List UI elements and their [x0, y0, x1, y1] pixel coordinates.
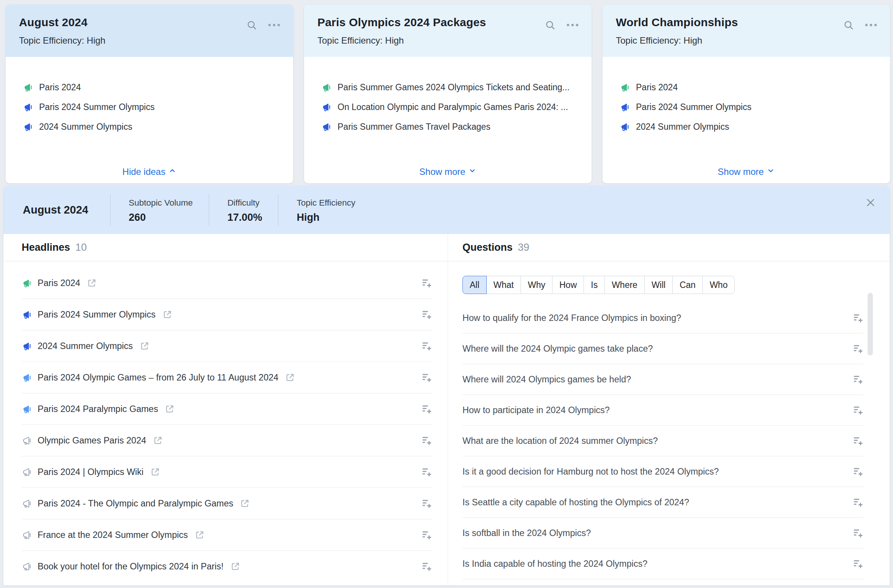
external-link-icon[interactable] [150, 467, 160, 477]
card-idea-list: Paris 2024Paris 2024 Summer Olympics2024… [6, 57, 293, 137]
external-link-icon[interactable] [195, 530, 205, 540]
hide-ideas-link[interactable]: Hide ideas [6, 167, 293, 177]
idea-text: 2024 Summer Olympics [636, 122, 729, 132]
questions-scrollbar-thumb[interactable] [868, 293, 873, 355]
add-to-list-icon[interactable] [852, 527, 864, 539]
headline-row: Paris 2024 Olympic Games – from 26 July … [22, 362, 432, 393]
search-icon[interactable] [544, 19, 556, 31]
question-filter-what[interactable]: What [486, 276, 521, 294]
detail-body: Headlines 10 Paris 2024Paris 2024 Summer… [3, 234, 890, 585]
megaphone-icon [22, 435, 32, 446]
add-to-list-icon[interactable] [421, 372, 432, 383]
question-text: Is softball in the 2024 Olympics? [462, 528, 591, 538]
search-icon[interactable] [246, 19, 257, 31]
megaphone-icon [620, 122, 630, 132]
add-to-list-icon[interactable] [852, 435, 864, 447]
more-options-icon[interactable] [565, 20, 580, 30]
external-link-icon[interactable] [230, 561, 240, 571]
external-link-icon[interactable] [163, 310, 172, 319]
external-link-icon[interactable] [165, 404, 175, 414]
stat-topic-efficiency: Topic Efficiency High [278, 194, 371, 226]
add-to-list-icon[interactable] [852, 343, 864, 354]
add-to-list-icon[interactable] [421, 529, 432, 541]
external-link-icon[interactable] [87, 278, 97, 288]
idea-text: Paris 2024 [39, 82, 81, 93]
card-header: World Championships Topic Efficiency: Hi… [603, 5, 890, 57]
topic-card-paris-olympics-2024-packages[interactable]: Paris Olympics 2024 Packages Topic Effic… [304, 5, 592, 183]
question-filter-who[interactable]: Who [702, 276, 735, 294]
headline-row: Olympic Games Paris 2024 [22, 425, 432, 456]
question-filter-all[interactable]: All [462, 276, 487, 294]
add-to-list-icon[interactable] [852, 466, 864, 477]
headline-row: Paris 2024 - The Olympic and Paralympic … [22, 488, 432, 519]
headline-row: France at the 2024 Summer Olympics [22, 519, 432, 551]
more-options-icon[interactable] [267, 20, 282, 30]
external-link-icon[interactable] [140, 341, 150, 351]
headline-row: 2024 Summer Olympics [22, 330, 432, 362]
close-icon[interactable] [865, 197, 876, 208]
topic-detail-banner: August 2024 Subtopic Volume 260 Difficul… [3, 186, 890, 234]
add-to-list-icon[interactable] [421, 498, 432, 509]
question-filter-tabs: AllWhatWhyHowIsWhereWillCanWho [462, 276, 735, 294]
question-text: Is India capable of hosting the 2024 Oly… [462, 559, 647, 569]
add-to-list-icon[interactable] [852, 312, 864, 324]
headline-text: Paris 2024 - The Olympic and Paralympic … [38, 498, 233, 509]
external-link-icon[interactable] [153, 435, 163, 445]
external-link-icon[interactable] [240, 498, 250, 508]
question-row: Is it a good decision for Hamburg not to… [462, 456, 864, 487]
add-to-list-icon[interactable] [421, 277, 432, 289]
add-to-list-icon[interactable] [852, 374, 864, 385]
question-filter-how[interactable]: How [552, 276, 584, 294]
headlines-title: Headlines [22, 242, 70, 253]
question-filter-will[interactable]: Will [644, 276, 673, 294]
question-filter-where[interactable]: Where [604, 276, 645, 294]
add-to-list-icon[interactable] [421, 340, 432, 352]
add-to-list-icon[interactable] [421, 466, 432, 478]
topic-efficiency-label: Topic Efficiency: High [19, 35, 106, 46]
headline-row: Paris 2024 | Olympics Wiki [22, 456, 432, 488]
idea-text: Paris 2024 [636, 82, 678, 93]
headline-text: Paris 2024 Olympic Games – from 26 July … [38, 373, 278, 383]
add-to-list-icon[interactable] [852, 558, 864, 569]
card-idea-list: Paris 2024Paris 2024 Summer Olympics2024… [603, 57, 890, 137]
add-to-list-icon[interactable] [421, 561, 432, 572]
show-more-link[interactable]: Show more [603, 167, 890, 177]
question-filter-why[interactable]: Why [521, 276, 552, 294]
add-to-list-icon[interactable] [421, 309, 432, 320]
show-more-link[interactable]: Show more [304, 167, 592, 177]
question-text: How to qualify for the 2024 France Olymp… [462, 313, 681, 323]
card-idea-item: Paris 2024 Summer Olympics [620, 97, 879, 117]
question-row: How to qualify for the 2024 France Olymp… [462, 303, 864, 333]
add-to-list-icon[interactable] [852, 497, 864, 508]
card-title: August 2024 [19, 16, 106, 29]
megaphone-icon [321, 102, 331, 112]
megaphone-icon [321, 82, 331, 93]
headlines-pane: Headlines 10 Paris 2024Paris 2024 Summer… [3, 234, 448, 585]
search-icon[interactable] [843, 19, 854, 31]
question-list: How to qualify for the 2024 France Olymp… [448, 303, 890, 579]
questions-header: Questions 39 [448, 234, 890, 261]
add-to-list-icon[interactable] [421, 435, 432, 446]
card-header: August 2024 Topic Efficiency: High [6, 5, 293, 57]
topic-cards-row: August 2024 Topic Efficiency: High Paris… [6, 5, 890, 183]
topic-detail-panel: August 2024 Subtopic Volume 260 Difficul… [3, 186, 890, 585]
megaphone-icon [22, 310, 32, 320]
card-title: World Championships [616, 16, 738, 29]
external-link-icon[interactable] [285, 373, 295, 382]
card-idea-item: Paris Summer Games Travel Packages [321, 117, 581, 137]
topic-efficiency-label: Topic Efficiency: High [317, 35, 486, 46]
topic-card-world-championships[interactable]: World Championships Topic Efficiency: Hi… [603, 5, 890, 183]
add-to-list-icon[interactable] [852, 404, 864, 416]
more-options-icon[interactable] [863, 20, 879, 30]
headline-text: Book your hotel for the Olympics 2024 in… [38, 561, 224, 572]
question-row: What are the location of 2024 summer Oly… [462, 426, 864, 456]
questions-count: 39 [518, 242, 529, 253]
question-filter-can[interactable]: Can [672, 276, 703, 294]
add-to-list-icon[interactable] [421, 403, 432, 415]
topic-card-august-2024[interactable]: August 2024 Topic Efficiency: High Paris… [6, 5, 293, 183]
question-row: Is softball in the 2024 Olympics? [462, 518, 864, 549]
question-row: Is India capable of hosting the 2024 Oly… [462, 549, 864, 579]
question-filter-is[interactable]: Is [584, 276, 605, 294]
questions-pane: Questions 39 AllWhatWhyHowIsWhereWillCan… [448, 234, 890, 585]
question-text: Is Seattle a city capable of hosting the… [462, 497, 689, 508]
